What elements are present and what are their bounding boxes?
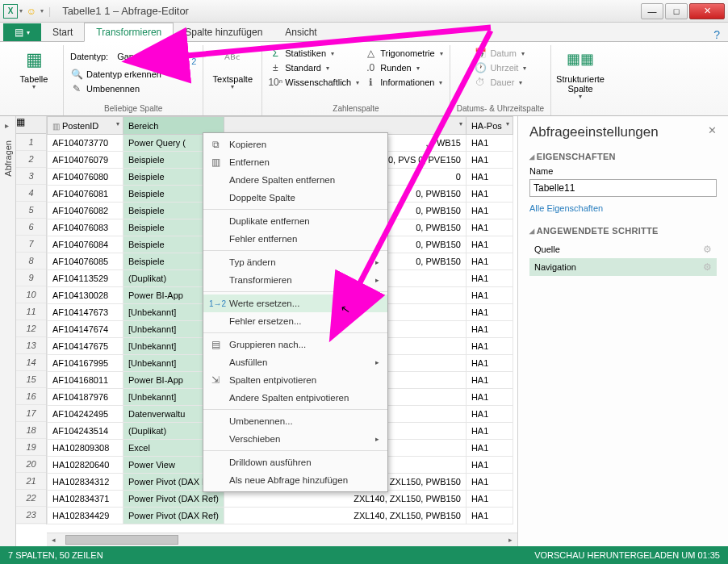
cell-postenid[interactable]: AF104147675 bbox=[48, 338, 123, 355]
cell-hapos[interactable]: HA1 bbox=[466, 169, 513, 186]
cell-hapos[interactable]: HA1 bbox=[466, 152, 513, 169]
row-number[interactable]: 6 bbox=[16, 219, 46, 236]
col-dropdown-icon[interactable]: ▾ bbox=[506, 120, 509, 127]
col-dropdown-icon[interactable]: ▾ bbox=[116, 120, 119, 127]
umbenennen[interactable]: ✎Umbenennen bbox=[70, 82, 196, 95]
datentyp-row[interactable]: Datentyp: Ganze Zahl▾ 1→2 bbox=[70, 47, 196, 66]
cell-postenid[interactable]: HA102834429 bbox=[48, 508, 123, 524]
left-rail[interactable]: Abfragen bbox=[0, 116, 16, 546]
ctx-doppelte[interactable]: Doppelte Spalte bbox=[203, 189, 387, 207]
cell-hapos[interactable]: HA1 bbox=[466, 457, 513, 474]
tab-transformieren[interactable]: Transformieren bbox=[84, 23, 174, 42]
row-number[interactable]: 9 bbox=[16, 269, 46, 286]
cell-postenid[interactable]: AF104243514 bbox=[48, 423, 123, 440]
file-menu[interactable]: ▤▾ bbox=[3, 23, 41, 41]
cell-hapos[interactable]: HA1 bbox=[466, 186, 513, 203]
row-number[interactable]: 13 bbox=[16, 337, 46, 354]
scroll-left-icon[interactable]: ◂ bbox=[47, 534, 61, 546]
cell-postenid[interactable]: HA102834371 bbox=[48, 491, 123, 508]
tab-ansicht[interactable]: Ansicht bbox=[274, 23, 328, 41]
table-row[interactable]: HA102834371Power Pivot (DAX Ref)ZXL140, … bbox=[48, 491, 513, 508]
col-dropdown-icon[interactable]: ▾ bbox=[459, 120, 462, 127]
cell-hapos[interactable]: HA1 bbox=[466, 321, 513, 338]
close-button[interactable]: ✕ bbox=[689, 3, 725, 19]
expand-rail-icon[interactable]: ▸ bbox=[5, 121, 9, 130]
ctx-fehler-ersetzen[interactable]: Fehler ersetzen... bbox=[203, 312, 387, 330]
standard[interactable]: ±Standard▾ bbox=[269, 61, 359, 74]
name-input[interactable] bbox=[529, 179, 717, 197]
maximize-button[interactable]: □ bbox=[665, 3, 688, 19]
datentyp-erkennen[interactable]: 🔍Datentyp erkennen bbox=[70, 68, 196, 81]
row-header-corner[interactable]: ▦ bbox=[16, 116, 46, 134]
cell-hapos[interactable]: HA1 bbox=[466, 287, 513, 304]
minimize-button[interactable]: — bbox=[641, 3, 663, 19]
ctx-entfernen[interactable]: ▥Entfernen bbox=[203, 153, 387, 171]
cell-postenid[interactable]: AF104167995 bbox=[48, 355, 123, 372]
statistiken[interactable]: ΣStatistiken▾ bbox=[269, 47, 359, 60]
cell-hapos[interactable]: HA1 bbox=[466, 355, 513, 372]
section-eigenschaften[interactable]: EIGENSCHAFTEN bbox=[529, 152, 717, 161]
cell-hapos[interactable]: HA1 bbox=[466, 304, 513, 321]
ctx-entpivotieren[interactable]: ⇲Spalten entpivotieren bbox=[203, 371, 387, 389]
ctx-typ-aendern[interactable]: Typ ändern▸ bbox=[203, 253, 387, 271]
cell-postenid[interactable]: HA102809308 bbox=[48, 440, 123, 457]
scroll-thumb[interactable] bbox=[65, 535, 178, 545]
ctx-umbenennen[interactable]: Umbenennen... bbox=[203, 412, 387, 430]
ctx-drilldown[interactable]: Drilldown ausführen bbox=[203, 453, 387, 471]
replace-values-ribbon-icon[interactable]: 1→2 bbox=[182, 47, 196, 66]
cell-hapos[interactable]: HA1 bbox=[466, 440, 513, 457]
qat-dropdown-icon[interactable]: ▾ bbox=[19, 7, 23, 15]
row-number[interactable]: 19 bbox=[16, 439, 46, 456]
cell-postenid[interactable]: AF104076082 bbox=[48, 203, 123, 219]
horizontal-scrollbar[interactable]: ◂ ▸ bbox=[47, 533, 517, 546]
ctx-fehler-entfernen[interactable]: Fehler entfernen bbox=[203, 230, 387, 248]
ctx-duplikate-entfernen[interactable]: Duplikate entfernen bbox=[203, 212, 387, 230]
smiley-icon[interactable]: ☺ bbox=[24, 4, 39, 19]
cell-hapos[interactable]: HA1 bbox=[466, 203, 513, 219]
cell-mid[interactable]: ZXL140, ZXL150, PWB150 bbox=[224, 491, 466, 508]
row-number[interactable]: 12 bbox=[16, 320, 46, 337]
cell-hapos[interactable]: HA1 bbox=[466, 508, 513, 524]
cell-postenid[interactable]: AF104187976 bbox=[48, 389, 123, 406]
help-icon[interactable]: ? bbox=[713, 28, 720, 41]
cell-postenid[interactable]: AF104113529 bbox=[48, 270, 123, 287]
row-number[interactable]: 20 bbox=[16, 456, 46, 473]
cell-hapos[interactable]: HA1 bbox=[466, 372, 513, 389]
wissenschaftlich[interactable]: 10ⁿWissenschaftlich▾ bbox=[269, 76, 359, 89]
row-number[interactable]: 16 bbox=[16, 388, 46, 405]
cell-postenid[interactable]: AF104076079 bbox=[48, 152, 123, 169]
cell-postenid[interactable]: AF104076084 bbox=[48, 236, 123, 253]
cell-postenid[interactable]: AF104147674 bbox=[48, 321, 123, 338]
ctx-ausfuellen[interactable]: Ausfüllen▸ bbox=[203, 353, 387, 371]
ctx-verschieben[interactable]: Verschieben▸ bbox=[203, 430, 387, 448]
cell-postenid[interactable]: AF104076083 bbox=[48, 219, 123, 236]
ctx-neue-abfrage[interactable]: Als neue Abfrage hinzufügen bbox=[203, 471, 387, 489]
col-hapos[interactable]: HA-Pos▾ bbox=[466, 117, 513, 135]
cell-postenid[interactable]: AF104073770 bbox=[48, 135, 123, 152]
row-number[interactable]: 14 bbox=[16, 354, 46, 371]
gear-icon[interactable]: ⚙ bbox=[703, 244, 712, 255]
tab-spalte-hinzufuegen[interactable]: Spalte hinzufügen bbox=[174, 23, 274, 41]
row-number[interactable]: 5 bbox=[16, 202, 46, 219]
runden[interactable]: .0Runden▾ bbox=[364, 61, 442, 74]
trigonometrie[interactable]: △Trigonometrie▾ bbox=[364, 47, 442, 60]
cell-hapos[interactable]: HA1 bbox=[466, 135, 513, 152]
cell-hapos[interactable]: HA1 bbox=[466, 338, 513, 355]
cell-bereich[interactable]: Power Pivot (DAX Ref) bbox=[123, 508, 224, 524]
cell-postenid[interactable]: AF104147673 bbox=[48, 304, 123, 321]
col-postenid[interactable]: ▥PostenID▾ bbox=[48, 117, 123, 135]
ctx-gruppieren[interactable]: ▤Gruppieren nach... bbox=[203, 336, 387, 353]
cell-postenid[interactable]: AF104076085 bbox=[48, 253, 123, 270]
row-number[interactable]: 15 bbox=[16, 371, 46, 388]
tab-start[interactable]: Start bbox=[41, 23, 84, 41]
cell-postenid[interactable]: AF104130028 bbox=[48, 287, 123, 304]
cell-hapos[interactable]: HA1 bbox=[466, 491, 513, 508]
cell-mid[interactable]: ZXL140, ZXL150, PWB150 bbox=[224, 508, 466, 524]
row-number[interactable]: 4 bbox=[16, 185, 46, 202]
cell-postenid[interactable]: AF104168011 bbox=[48, 372, 123, 389]
cell-hapos[interactable]: HA1 bbox=[466, 474, 513, 491]
cell-postenid[interactable]: AF104076081 bbox=[48, 186, 123, 203]
row-number[interactable]: 7 bbox=[16, 236, 46, 253]
cell-hapos[interactable]: HA1 bbox=[466, 406, 513, 423]
table-button[interactable]: ▦ Tabelle ▾ bbox=[11, 45, 56, 91]
